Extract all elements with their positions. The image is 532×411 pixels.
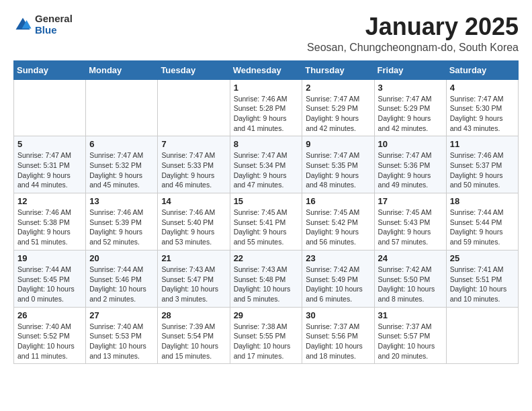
day-number: 19 — [17, 253, 82, 263]
day-number: 6 — [89, 139, 154, 149]
day-info: Sunrise: 7:45 AM Sunset: 5:43 PM Dayligh… — [378, 208, 443, 247]
table-row: 14Sunrise: 7:46 AM Sunset: 5:40 PM Dayli… — [158, 193, 230, 250]
calendar-week-row: 5Sunrise: 7:47 AM Sunset: 5:31 PM Daylig… — [14, 136, 519, 193]
table-row: 18Sunrise: 7:44 AM Sunset: 5:44 PM Dayli… — [446, 193, 518, 250]
day-number: 7 — [161, 139, 226, 149]
table-row: 17Sunrise: 7:45 AM Sunset: 5:43 PM Dayli… — [374, 193, 446, 250]
header-monday: Monday — [86, 60, 158, 79]
day-info: Sunrise: 7:37 AM Sunset: 5:57 PM Dayligh… — [378, 322, 443, 361]
calendar-week-row: 19Sunrise: 7:44 AM Sunset: 5:45 PM Dayli… — [14, 250, 519, 307]
logo: General Blue — [13, 13, 73, 36]
calendar-week-row: 12Sunrise: 7:46 AM Sunset: 5:38 PM Dayli… — [14, 193, 519, 250]
day-number: 31 — [378, 310, 443, 320]
header-sunday: Sunday — [14, 60, 86, 79]
day-number: 12 — [17, 196, 82, 206]
table-row: 15Sunrise: 7:45 AM Sunset: 5:41 PM Dayli… — [230, 193, 302, 250]
day-info: Sunrise: 7:44 AM Sunset: 5:46 PM Dayligh… — [89, 265, 154, 304]
header-friday: Friday — [374, 60, 446, 79]
day-info: Sunrise: 7:46 AM Sunset: 5:37 PM Dayligh… — [450, 150, 515, 190]
day-number: 3 — [378, 83, 443, 93]
day-info: Sunrise: 7:43 AM Sunset: 5:47 PM Dayligh… — [161, 265, 226, 304]
day-info: Sunrise: 7:42 AM Sunset: 5:49 PM Dayligh… — [306, 265, 370, 304]
table-row: 29Sunrise: 7:38 AM Sunset: 5:55 PM Dayli… — [230, 307, 302, 364]
table-row: 8Sunrise: 7:47 AM Sunset: 5:34 PM Daylig… — [230, 136, 302, 193]
day-info: Sunrise: 7:47 AM Sunset: 5:35 PM Dayligh… — [306, 150, 370, 190]
table-row: 31Sunrise: 7:37 AM Sunset: 5:57 PM Dayli… — [374, 307, 446, 364]
day-info: Sunrise: 7:37 AM Sunset: 5:56 PM Dayligh… — [306, 322, 370, 361]
day-info: Sunrise: 7:43 AM Sunset: 5:48 PM Dayligh… — [234, 265, 299, 304]
month-title: January 2025 — [307, 13, 519, 40]
table-row: 2Sunrise: 7:47 AM Sunset: 5:29 PM Daylig… — [302, 79, 374, 136]
day-number: 8 — [234, 139, 299, 149]
table-row: 16Sunrise: 7:45 AM Sunset: 5:42 PM Dayli… — [302, 193, 374, 250]
day-number: 22 — [234, 253, 299, 263]
table-row: 19Sunrise: 7:44 AM Sunset: 5:45 PM Dayli… — [14, 250, 86, 307]
day-info: Sunrise: 7:46 AM Sunset: 5:39 PM Dayligh… — [89, 208, 154, 247]
day-info: Sunrise: 7:40 AM Sunset: 5:53 PM Dayligh… — [89, 322, 154, 361]
header-tuesday: Tuesday — [158, 60, 230, 79]
day-number: 5 — [17, 139, 82, 149]
table-row: 1Sunrise: 7:46 AM Sunset: 5:28 PM Daylig… — [230, 79, 302, 136]
table-row: 20Sunrise: 7:44 AM Sunset: 5:46 PM Dayli… — [86, 250, 158, 307]
day-info: Sunrise: 7:47 AM Sunset: 5:29 PM Dayligh… — [378, 94, 443, 134]
day-number: 9 — [306, 139, 370, 149]
table-row: 5Sunrise: 7:47 AM Sunset: 5:31 PM Daylig… — [14, 136, 86, 193]
day-number: 16 — [306, 196, 370, 206]
table-row: 12Sunrise: 7:46 AM Sunset: 5:38 PM Dayli… — [14, 193, 86, 250]
calendar-week-row: 1Sunrise: 7:46 AM Sunset: 5:28 PM Daylig… — [14, 79, 519, 136]
table-row — [86, 79, 158, 136]
day-info: Sunrise: 7:46 AM Sunset: 5:38 PM Dayligh… — [17, 208, 82, 247]
location-subtitle: Seosan, Chungcheongnam-do, South Korea — [307, 42, 519, 54]
table-row: 6Sunrise: 7:47 AM Sunset: 5:32 PM Daylig… — [86, 136, 158, 193]
table-row: 13Sunrise: 7:46 AM Sunset: 5:39 PM Dayli… — [86, 193, 158, 250]
table-row: 3Sunrise: 7:47 AM Sunset: 5:29 PM Daylig… — [374, 79, 446, 136]
weekday-header-row: Sunday Monday Tuesday Wednesday Thursday… — [14, 60, 519, 79]
day-number: 15 — [234, 196, 299, 206]
day-info: Sunrise: 7:47 AM Sunset: 5:29 PM Dayligh… — [306, 94, 370, 134]
day-info: Sunrise: 7:46 AM Sunset: 5:28 PM Dayligh… — [234, 94, 299, 134]
logo-general: General — [35, 13, 73, 25]
day-number: 28 — [161, 310, 226, 320]
table-row: 25Sunrise: 7:41 AM Sunset: 5:51 PM Dayli… — [446, 250, 518, 307]
day-number: 1 — [234, 83, 299, 93]
day-info: Sunrise: 7:46 AM Sunset: 5:40 PM Dayligh… — [161, 208, 226, 247]
table-row: 11Sunrise: 7:46 AM Sunset: 5:37 PM Dayli… — [446, 136, 518, 193]
day-info: Sunrise: 7:47 AM Sunset: 5:33 PM Dayligh… — [161, 150, 226, 190]
day-number: 30 — [306, 310, 370, 320]
table-row: 21Sunrise: 7:43 AM Sunset: 5:47 PM Dayli… — [158, 250, 230, 307]
day-number: 24 — [378, 253, 443, 263]
table-row: 23Sunrise: 7:42 AM Sunset: 5:49 PM Dayli… — [302, 250, 374, 307]
table-row: 24Sunrise: 7:42 AM Sunset: 5:50 PM Dayli… — [374, 250, 446, 307]
calendar-week-row: 26Sunrise: 7:40 AM Sunset: 5:52 PM Dayli… — [14, 307, 519, 364]
table-row: 28Sunrise: 7:39 AM Sunset: 5:54 PM Dayli… — [158, 307, 230, 364]
day-number: 26 — [17, 310, 82, 320]
day-info: Sunrise: 7:45 AM Sunset: 5:41 PM Dayligh… — [234, 208, 299, 247]
day-info: Sunrise: 7:44 AM Sunset: 5:44 PM Dayligh… — [450, 208, 515, 247]
day-number: 27 — [89, 310, 154, 320]
table-row: 22Sunrise: 7:43 AM Sunset: 5:48 PM Dayli… — [230, 250, 302, 307]
table-row: 26Sunrise: 7:40 AM Sunset: 5:52 PM Dayli… — [14, 307, 86, 364]
header-thursday: Thursday — [302, 60, 374, 79]
title-section: January 2025 Seosan, Chungcheongnam-do, … — [307, 13, 519, 54]
header-saturday: Saturday — [446, 60, 518, 79]
day-number: 20 — [89, 253, 154, 263]
day-info: Sunrise: 7:42 AM Sunset: 5:50 PM Dayligh… — [378, 265, 443, 304]
page-header: General Blue January 2025 Seosan, Chungc… — [13, 13, 519, 54]
logo-blue: Blue — [35, 25, 73, 36]
day-info: Sunrise: 7:44 AM Sunset: 5:45 PM Dayligh… — [17, 265, 82, 304]
table-row: 27Sunrise: 7:40 AM Sunset: 5:53 PM Dayli… — [86, 307, 158, 364]
header-wednesday: Wednesday — [230, 60, 302, 79]
logo-icon — [13, 15, 32, 34]
day-number: 10 — [378, 139, 443, 149]
calendar-table: Sunday Monday Tuesday Wednesday Thursday… — [13, 60, 519, 365]
table-row — [158, 79, 230, 136]
day-number: 2 — [306, 83, 370, 93]
day-number: 17 — [378, 196, 443, 206]
day-number: 13 — [89, 196, 154, 206]
day-info: Sunrise: 7:38 AM Sunset: 5:55 PM Dayligh… — [234, 322, 299, 361]
table-row — [446, 307, 518, 364]
day-number: 11 — [450, 139, 515, 149]
day-info: Sunrise: 7:40 AM Sunset: 5:52 PM Dayligh… — [17, 322, 82, 361]
day-info: Sunrise: 7:47 AM Sunset: 5:32 PM Dayligh… — [89, 150, 154, 190]
table-row: 10Sunrise: 7:47 AM Sunset: 5:36 PM Dayli… — [374, 136, 446, 193]
